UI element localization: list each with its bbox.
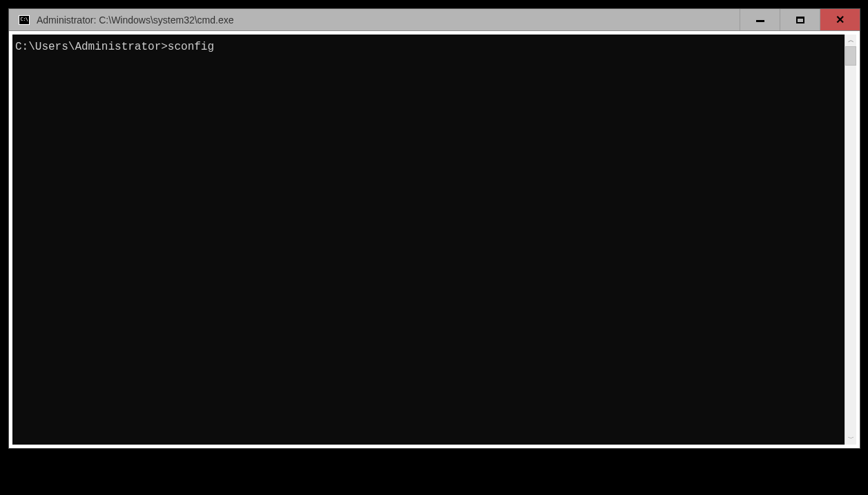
scroll-down-button[interactable]: ﹀: [845, 433, 856, 445]
minimize-button[interactable]: [740, 9, 780, 30]
maximize-icon: [796, 17, 804, 23]
vertical-scrollbar[interactable]: ︿ ﹀: [845, 35, 856, 445]
titlebar[interactable]: C:\ Administrator: C:\Windows\system32\c…: [9, 9, 860, 31]
scroll-up-button[interactable]: ︿: [845, 35, 856, 46]
close-icon: ✕: [836, 14, 845, 26]
scroll-thumb[interactable]: [845, 46, 856, 66]
chevron-down-icon: ﹀: [848, 434, 854, 443]
command-line: C:\Users\Administrator>sconfig: [15, 40, 842, 55]
client-area: C:\Users\Administrator>sconfig ︿ ﹀: [9, 31, 860, 448]
prompt: C:\Users\Administrator>: [15, 41, 168, 53]
minimize-icon: [756, 20, 764, 22]
chevron-up-icon: ︿: [848, 36, 854, 45]
close-button[interactable]: ✕: [820, 9, 860, 30]
scroll-track[interactable]: [845, 46, 856, 433]
window-controls: ✕: [740, 9, 860, 30]
window-title: Administrator: C:\Windows\system32\cmd.e…: [35, 14, 740, 26]
terminal-output[interactable]: C:\Users\Administrator>sconfig: [12, 35, 845, 445]
cmd-window: C:\ Administrator: C:\Windows\system32\c…: [8, 8, 860, 449]
cmd-icon: C:\: [19, 15, 30, 25]
typed-command: sconfig: [168, 41, 214, 53]
maximize-button[interactable]: [780, 9, 820, 30]
